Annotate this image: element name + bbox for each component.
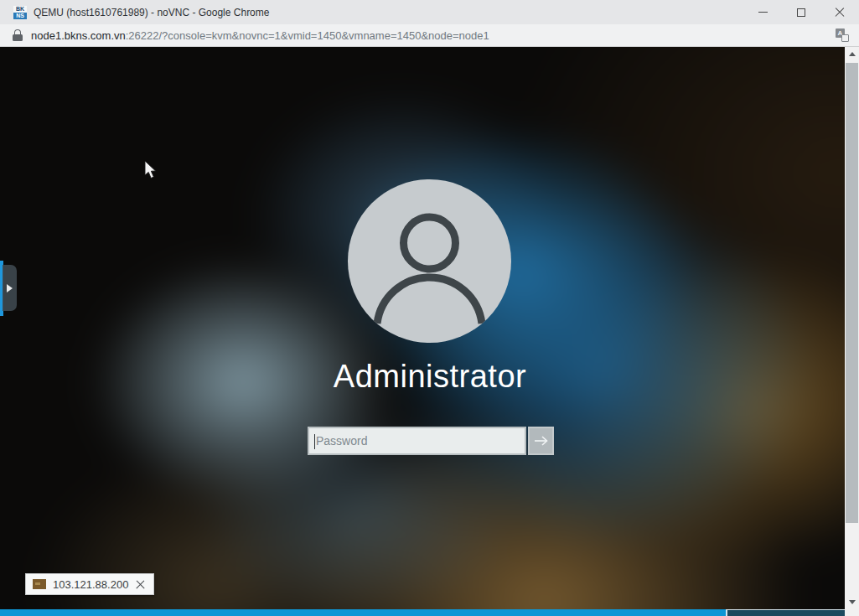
username-label: Administrator — [241, 359, 618, 395]
scrollbar-thumb[interactable] — [846, 63, 858, 523]
password-field-wrapper — [308, 427, 526, 455]
window-controls — [743, 0, 859, 24]
lock-icon[interactable] — [13, 29, 23, 41]
minimize-button[interactable] — [743, 0, 782, 24]
close-button[interactable] — [820, 0, 859, 24]
user-avatar — [348, 179, 511, 343]
submit-password-button[interactable] — [528, 427, 554, 455]
vertical-scrollbar[interactable] — [845, 47, 859, 616]
url-text[interactable]: node1.bkns.com.vn:26222/?console=kvm&nov… — [31, 29, 489, 42]
minimize-icon — [758, 12, 768, 13]
person-outline-icon — [348, 179, 511, 343]
browser-titlebar: BK NS QEMU (host1610761989) - noVNC - Go… — [0, 0, 859, 24]
handle-tab[interactable] — [3, 265, 17, 311]
chip-close-icon[interactable] — [135, 579, 146, 590]
mouse-cursor-icon — [144, 160, 158, 184]
scrollbar-down-button[interactable] — [845, 595, 859, 609]
translate-icon-front — [841, 34, 849, 42]
chevron-right-icon — [7, 284, 13, 292]
triangle-down-icon — [849, 600, 856, 604]
screen-thumbnail-icon — [33, 579, 46, 589]
ip-address-chip: 103.121.88.200 — [25, 573, 154, 595]
arrow-right-icon — [534, 435, 549, 447]
remote-taskbar — [0, 609, 845, 616]
window-title: QEMU (host1610761989) - noVNC - Google C… — [34, 7, 269, 18]
address-bar[interactable]: node1.bkns.com.vn:26222/?console=kvm&nov… — [0, 24, 859, 47]
bkns-favicon-icon: BK NS — [13, 6, 27, 19]
vnc-canvas[interactable]: Administrator 103.121.88.200 — [0, 47, 845, 616]
triangle-up-icon — [849, 52, 856, 56]
remote-taskbar-tray — [726, 609, 845, 616]
password-row — [308, 427, 554, 455]
maximize-icon — [797, 8, 805, 17]
ip-address-text: 103.121.88.200 — [53, 578, 128, 591]
close-icon — [835, 8, 845, 18]
text-caret — [314, 434, 315, 449]
password-input[interactable] — [309, 428, 525, 453]
favicon-bottom-text: NS — [13, 13, 27, 19]
url-host: node1.bkns.com.vn — [31, 29, 126, 42]
lock-body — [13, 34, 23, 41]
novnc-control-bar-handle[interactable] — [0, 261, 17, 316]
remote-taskbar-main — [0, 609, 726, 616]
url-path: :26222/?console=kvm&novnc=1&vmid=1450&vm… — [126, 29, 489, 42]
maximize-button[interactable] — [782, 0, 820, 24]
favicon-top-text: BK — [13, 6, 27, 13]
scrollbar-up-button[interactable] — [845, 47, 859, 61]
translate-icon[interactable]: A — [836, 28, 849, 42]
